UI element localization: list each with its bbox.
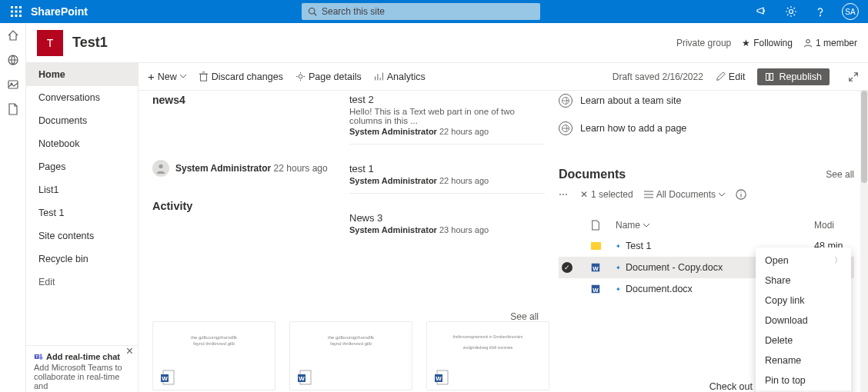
- megaphone-icon[interactable]: [754, 4, 770, 19]
- scrollbar[interactable]: [860, 91, 868, 392]
- svg-rect-0: [11, 6, 13, 8]
- checkmark-icon[interactable]: ✓: [562, 262, 573, 273]
- svg-text:W: W: [593, 265, 599, 272]
- help-icon[interactable]: [813, 4, 828, 19]
- home-icon[interactable]: [7, 29, 19, 42]
- menu-copylink[interactable]: Copy link: [756, 291, 851, 311]
- author-row: System Administrator 22 hours ago: [152, 160, 332, 177]
- new-button[interactable]: + New: [148, 70, 186, 83]
- nav-conversations[interactable]: Conversations: [26, 86, 138, 109]
- nav-sitecontents[interactable]: Site contents: [26, 224, 138, 247]
- news-item[interactable]: News 3 System Administrator 23 hours ago: [349, 208, 545, 242]
- list-icon: [644, 191, 653, 198]
- menu-pintotop[interactable]: Pin to top: [756, 370, 851, 390]
- teams-promo: × T Add real-time chat Add Microsoft Tea…: [26, 345, 138, 392]
- view-switcher[interactable]: All Documents: [644, 189, 725, 200]
- teams-promo-title: T Add real-time chat: [34, 352, 130, 361]
- nav-pages[interactable]: Pages: [26, 155, 138, 178]
- quicklink-add-page[interactable]: Learn how to add a page: [559, 118, 854, 146]
- info-icon[interactable]: [736, 189, 746, 200]
- members-button[interactable]: 1 member: [803, 38, 857, 48]
- col-mod-header[interactable]: Modi: [814, 220, 854, 231]
- site-name[interactable]: Test1: [72, 35, 108, 51]
- chevron-right-icon: 〉: [834, 255, 842, 266]
- nav-test1[interactable]: Test 1: [26, 201, 138, 224]
- activity-title: Activity: [152, 200, 332, 212]
- app-rail: [0, 23, 26, 392]
- brand-label[interactable]: SharePoint: [31, 5, 88, 18]
- nav-edit[interactable]: Edit: [26, 271, 138, 294]
- discard-button[interactable]: Discard changes: [199, 71, 283, 82]
- persona-icon: [152, 160, 169, 177]
- svg-line-10: [314, 13, 316, 15]
- nav-home[interactable]: Home: [26, 63, 138, 86]
- see-all-link[interactable]: See all: [826, 169, 854, 180]
- menu-download[interactable]: Download: [756, 311, 851, 331]
- teams-icon: T: [34, 352, 43, 361]
- privacy-label: Private group: [676, 38, 731, 48]
- image-icon[interactable]: [7, 78, 19, 91]
- svg-text:W: W: [593, 287, 599, 294]
- republish-button[interactable]: Republish: [757, 68, 830, 85]
- col-name-header[interactable]: Name: [616, 220, 814, 231]
- close-icon[interactable]: ×: [126, 344, 133, 358]
- nav-list1[interactable]: List1: [26, 178, 138, 201]
- word-icon: W: [161, 370, 175, 385]
- nav-documents[interactable]: Documents: [26, 109, 138, 132]
- svg-rect-21: [200, 74, 206, 81]
- follow-button[interactable]: ★ Following: [742, 38, 793, 48]
- menu-rename[interactable]: Rename: [756, 350, 851, 370]
- app-launcher-icon[interactable]: [5, 0, 28, 23]
- scrollbar-thumb[interactable]: [861, 91, 867, 183]
- svg-rect-6: [11, 15, 13, 17]
- suite-header: SharePoint Search this site SA: [0, 0, 868, 23]
- clear-selection[interactable]: ✕ 1 selected: [580, 189, 633, 200]
- svg-point-12: [820, 15, 820, 16]
- file-icon[interactable]: [8, 103, 18, 115]
- search-placeholder: Search this site: [322, 6, 385, 17]
- svg-point-9: [309, 8, 315, 15]
- svg-rect-1: [15, 6, 18, 8]
- globe-icon: [559, 94, 573, 108]
- menu-delete[interactable]: Delete: [756, 331, 851, 350]
- svg-rect-7: [15, 15, 18, 17]
- command-bar: + New Discard changes Page details Analy…: [139, 63, 868, 91]
- draft-status: Draft saved 2/16/2022: [613, 71, 703, 82]
- user-avatar[interactable]: SA: [842, 3, 859, 20]
- checkout-label[interactable]: Check out: [709, 381, 753, 392]
- nav-notebook[interactable]: Notebook: [26, 132, 138, 155]
- globe-icon[interactable]: [7, 54, 19, 66]
- analytics-icon: [374, 71, 384, 81]
- news-item[interactable]: test 2 Hello! This is a Text web part in…: [349, 94, 545, 145]
- gear-icon[interactable]: [783, 4, 799, 19]
- news-item[interactable]: test 1 System Administrator 22 hours ago: [349, 158, 545, 194]
- nav-recyclebin[interactable]: Recycle bin: [26, 247, 138, 271]
- new-indicator-icon: ✦: [616, 286, 621, 293]
- activity-card[interactable]: the gdlboumgchomdllkfaynd thnlknvwd gilb…: [152, 321, 275, 390]
- svg-rect-23: [766, 73, 770, 80]
- site-logo[interactable]: T: [37, 30, 63, 56]
- more-icon[interactable]: ⋯: [559, 189, 569, 200]
- pagedetails-button[interactable]: Page details: [295, 71, 362, 82]
- quicklink-learn-site[interactable]: Learn about a team site: [559, 91, 854, 118]
- globe-icon: [559, 121, 573, 135]
- analytics-button[interactable]: Analytics: [374, 71, 426, 82]
- expand-icon[interactable]: [848, 71, 859, 82]
- svg-rect-8: [19, 15, 22, 17]
- menu-open[interactable]: Open〉: [756, 251, 851, 271]
- search-input[interactable]: Search this site: [302, 3, 540, 20]
- republish-icon: [765, 72, 774, 81]
- word-icon: W: [590, 262, 601, 273]
- see-all-link[interactable]: See all: [510, 311, 539, 322]
- menu-share[interactable]: Share: [756, 271, 851, 291]
- edit-button[interactable]: Edit: [716, 71, 746, 82]
- svg-point-19: [40, 354, 42, 356]
- activity-card[interactable]: thnlknvwmgmennmk m Smnkenlknumkmwcdgmlle…: [426, 321, 549, 390]
- table-header: Name Modi: [559, 215, 854, 235]
- chevron-down-icon: [719, 193, 725, 197]
- activity-card[interactable]: the gdlboumgchomdllkfaynd thnlknvwd gilb…: [289, 321, 412, 390]
- folder-icon: [591, 242, 601, 250]
- teams-promo-desc: Add Microsoft Teams to collaborate in re…: [34, 363, 130, 390]
- context-menu: Open〉 Share Copy link Download Delete Re…: [756, 247, 851, 392]
- svg-rect-20: [40, 356, 43, 360]
